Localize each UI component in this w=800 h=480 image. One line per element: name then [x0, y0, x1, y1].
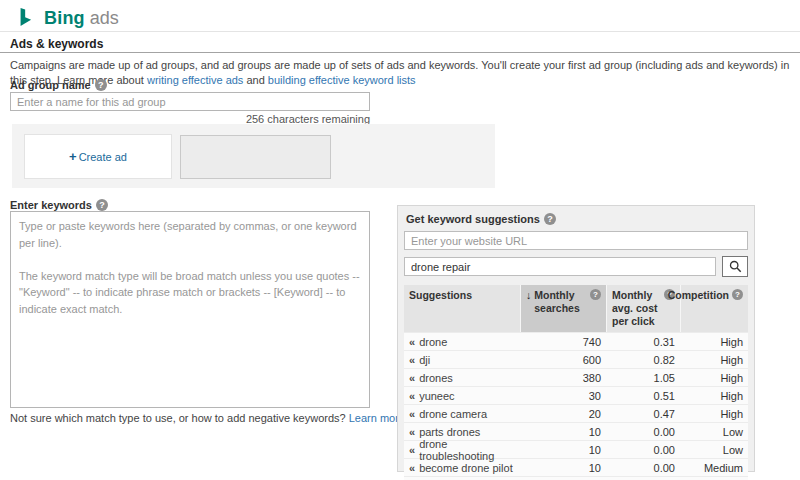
competition-value: Medium	[680, 459, 748, 476]
ad-group-name-input[interactable]	[10, 92, 370, 111]
cpc-value: 0.00	[606, 423, 680, 440]
table-row: «become drone pilot 10 0.00 Medium	[404, 458, 748, 476]
competition-value: Low	[680, 423, 748, 440]
keyword-cell: «dji	[404, 351, 520, 368]
building-keyword-lists-link[interactable]: building effective keyword lists	[268, 74, 416, 86]
competition-value: Low	[680, 441, 748, 458]
column-competition[interactable]: Competition ?	[680, 285, 748, 332]
column-suggestions[interactable]: Suggestions	[404, 285, 520, 332]
search-icon	[729, 260, 742, 273]
website-url-input[interactable]	[404, 231, 748, 250]
keyword-cell: «yuneec	[404, 387, 520, 404]
keyword-text: become drone pilot	[419, 462, 513, 474]
ad-group-name-label: Ad group name ?	[10, 79, 107, 91]
enter-keywords-label: Enter keywords ?	[10, 199, 108, 211]
keyword-suggestions-panel: Get keyword suggestions ? Suggestions ↓ …	[397, 205, 755, 472]
suggestions-label: Get keyword suggestions ?	[406, 213, 748, 225]
suggestions-table: Suggestions ↓ Monthly searches ? Monthly…	[404, 285, 748, 480]
match-type-note: Not sure which match type to use, or how…	[10, 412, 405, 424]
search-button[interactable]	[722, 256, 748, 277]
table-row: «drone 740 0.31 High	[404, 332, 748, 350]
add-keyword-icon[interactable]: «	[409, 372, 414, 384]
keyword-text: drone troubleshooting	[419, 438, 515, 462]
table-row: «drone camera 20 0.47 High	[404, 404, 748, 422]
keyword-text: drone	[419, 336, 447, 348]
cpc-value: 0.31	[606, 333, 680, 350]
keyword-cell: «drone troubleshooting	[404, 441, 520, 458]
suggestions-label-text: Get keyword suggestions	[406, 213, 540, 225]
table-row: «dji 600 0.82 High	[404, 350, 748, 368]
cpc-value: 0.51	[606, 387, 680, 404]
help-icon[interactable]: ?	[732, 289, 743, 300]
intro-text: Campaigns are made up of ad groups, and …	[10, 58, 796, 88]
brand-name: Bing	[44, 8, 85, 29]
table-row: «yuneec 30 0.51 High	[404, 386, 748, 404]
page-title: Ads & keywords	[10, 37, 103, 51]
help-icon[interactable]: ?	[590, 289, 601, 300]
competition-value: High	[680, 369, 748, 386]
add-keyword-icon[interactable]: «	[409, 426, 414, 438]
cpc-value: 0.00	[606, 441, 680, 458]
ad-preview-placeholder	[180, 135, 331, 179]
add-keyword-icon[interactable]: «	[409, 444, 414, 456]
writing-effective-ads-link[interactable]: writing effective ads	[147, 74, 243, 86]
column-monthly-avg-cpc-label: Monthly avg. cost per click	[612, 289, 661, 328]
keyword-search-input[interactable]	[404, 257, 716, 276]
enter-keywords-label-text: Enter keywords	[10, 199, 92, 211]
intro-and: and	[243, 74, 267, 86]
match-type-note-text: Not sure which match type to use, or how…	[10, 412, 349, 424]
add-keyword-icon[interactable]: «	[409, 390, 414, 402]
keyword-text: drones	[419, 372, 453, 384]
keyword-text: dji	[419, 354, 430, 366]
keyword-text: drone camera	[419, 408, 487, 420]
keyword-cell: «drone	[404, 333, 520, 350]
monthly-searches-value: 380	[520, 369, 606, 386]
help-icon[interactable]: ?	[95, 79, 107, 91]
keyword-text: yuneec	[419, 390, 454, 402]
monthly-searches-value: 740	[520, 333, 606, 350]
ad-group-name-label-text: Ad group name	[10, 79, 91, 91]
title-divider	[0, 52, 800, 53]
cpc-value: 1.05	[606, 369, 680, 386]
competition-value: High	[680, 387, 748, 404]
column-suggestions-label: Suggestions	[409, 289, 472, 302]
monthly-searches-value: 20	[520, 405, 606, 422]
monthly-searches-value: 30	[520, 387, 606, 404]
add-keyword-icon[interactable]: «	[409, 354, 414, 366]
monthly-searches-value: 10	[520, 441, 606, 458]
help-icon[interactable]: ?	[96, 199, 108, 211]
monthly-searches-value: 600	[520, 351, 606, 368]
table-row: «drones 380 1.05 High	[404, 368, 748, 386]
brand-suffix: ads	[90, 8, 119, 29]
create-ad-label: Create ad	[79, 151, 127, 163]
cpc-value: 0.82	[606, 351, 680, 368]
app-logo[interactable]: Bing ads	[16, 6, 119, 30]
column-monthly-searches[interactable]: ↓ Monthly searches ?	[520, 285, 606, 332]
column-monthly-searches-label: Monthly searches	[534, 289, 587, 315]
add-keyword-icon[interactable]: «	[409, 408, 414, 420]
suggestions-table-header: Suggestions ↓ Monthly searches ? Monthly…	[404, 285, 748, 332]
table-row: «drone troubleshooting 10 0.00 Low	[404, 440, 748, 458]
keywords-textarea[interactable]	[10, 211, 370, 408]
cpc-value: 0.00	[606, 459, 680, 476]
sort-desc-icon: ↓	[526, 289, 531, 302]
competition-value: High	[680, 351, 748, 368]
plus-icon: +	[69, 149, 77, 164]
keyword-text: parts drones	[419, 426, 480, 438]
column-competition-label: Competition	[668, 289, 729, 302]
help-icon[interactable]: ?	[544, 213, 556, 225]
add-keyword-icon[interactable]: «	[409, 462, 414, 474]
keyword-cell: «become drone pilot	[404, 459, 520, 476]
add-keyword-icon[interactable]: «	[409, 336, 414, 348]
cpc-value: 0.47	[606, 405, 680, 422]
table-row: «drone pilot 10 0.00 High	[404, 476, 748, 480]
monthly-searches-value: 10	[520, 423, 606, 440]
create-ad-panel: + Create ad	[12, 124, 495, 188]
bing-logo-icon	[16, 6, 38, 30]
create-ad-button[interactable]: + Create ad	[24, 134, 172, 179]
competition-value: High	[680, 405, 748, 422]
competition-value: High	[680, 333, 748, 350]
keyword-cell: «drones	[404, 369, 520, 386]
keyword-cell: «drone camera	[404, 405, 520, 422]
monthly-searches-value: 10	[520, 459, 606, 476]
